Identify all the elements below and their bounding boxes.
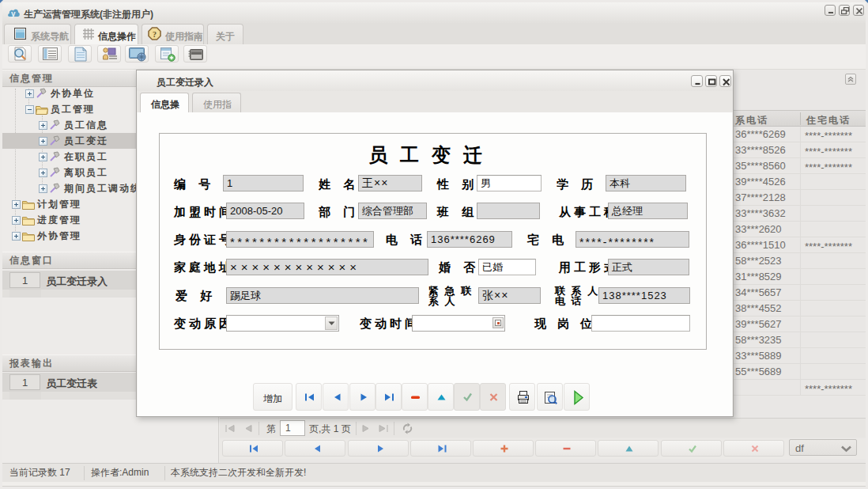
svg-text:y: y [11, 9, 16, 18]
svg-text:?: ? [153, 30, 157, 39]
